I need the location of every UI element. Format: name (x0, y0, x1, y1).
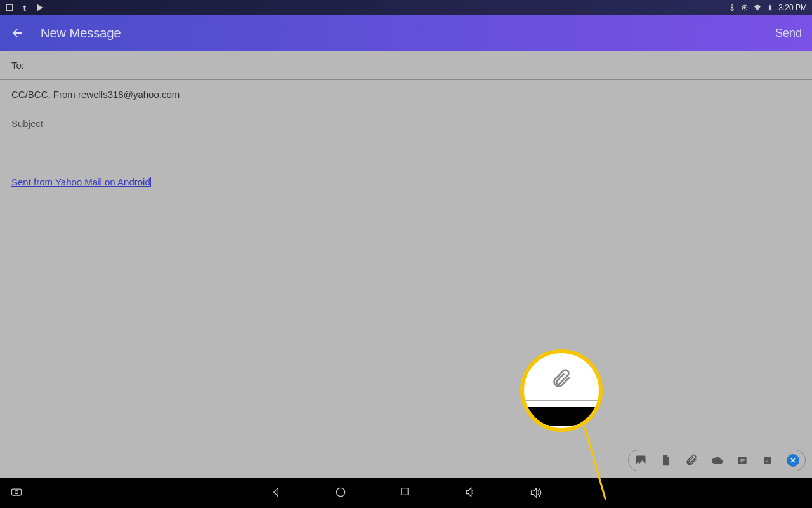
android-nav-bar (0, 478, 812, 508)
cloud-attach-icon[interactable] (710, 453, 724, 467)
svg-rect-0 (6, 4, 12, 10)
wifi-icon (753, 3, 762, 12)
svg-rect-3 (769, 6, 771, 11)
target-icon (740, 3, 749, 12)
subject-placeholder: Subject (11, 118, 43, 129)
bluetooth-icon (728, 3, 737, 12)
signature-link[interactable]: Sent from Yahoo Mail on Android (11, 177, 151, 187)
ccbcc-from-label: CC/BCC, From rewells318@yahoo.com (11, 89, 180, 100)
volume-up-icon[interactable] (528, 486, 542, 500)
status-left-icons: t (5, 3, 44, 12)
to-field[interactable]: To: (0, 51, 812, 80)
attach-toolbar: GIF (628, 450, 806, 471)
image-attach-icon[interactable] (634, 453, 648, 467)
android-status-bar: t 3:20 PM (0, 0, 812, 15)
volume-down-icon[interactable] (464, 486, 478, 500)
status-clock: 3:20 PM (778, 3, 807, 12)
screenshot-icon (5, 3, 14, 12)
compose-area: To: CC/BCC, From rewells318@yahoo.com Su… (0, 51, 812, 478)
svg-point-8 (15, 491, 18, 494)
send-button[interactable]: Send (775, 27, 802, 40)
back-nav-icon[interactable] (270, 486, 284, 500)
screenshot-nav-icon[interactable] (10, 486, 24, 500)
tumblr-icon: t (20, 3, 29, 12)
close-attach-button[interactable] (786, 453, 800, 467)
page-title: New Message (41, 26, 121, 41)
svg-text:GIF: GIF (740, 459, 745, 462)
svg-rect-4 (769, 5, 771, 6)
status-right-icons: 3:20 PM (728, 3, 807, 12)
svg-point-9 (336, 488, 344, 496)
svg-point-2 (744, 7, 746, 9)
message-body[interactable]: Sent from Yahoo Mail on Android (0, 138, 812, 199)
sticker-attach-icon[interactable] (761, 453, 775, 467)
paperclip-attach-icon[interactable] (684, 453, 698, 467)
callout-inner (524, 355, 599, 426)
back-arrow-icon[interactable] (10, 25, 25, 41)
svg-rect-10 (402, 488, 409, 495)
paperclip-icon (551, 368, 572, 390)
to-label: To: (11, 60, 24, 70)
callout-magnifier (520, 349, 603, 432)
play-icon (36, 3, 44, 12)
svg-rect-7 (12, 489, 22, 495)
app-bar: New Message Send (0, 15, 812, 51)
subject-field[interactable]: Subject (0, 109, 812, 138)
document-attach-icon[interactable] (659, 453, 673, 467)
recents-nav-icon[interactable] (399, 486, 413, 500)
ccbcc-from-field[interactable]: CC/BCC, From rewells318@yahoo.com (0, 80, 812, 109)
close-icon (787, 454, 799, 467)
gif-attach-icon[interactable]: GIF (735, 453, 749, 467)
home-nav-icon[interactable] (334, 486, 348, 500)
battery-icon (766, 3, 775, 12)
